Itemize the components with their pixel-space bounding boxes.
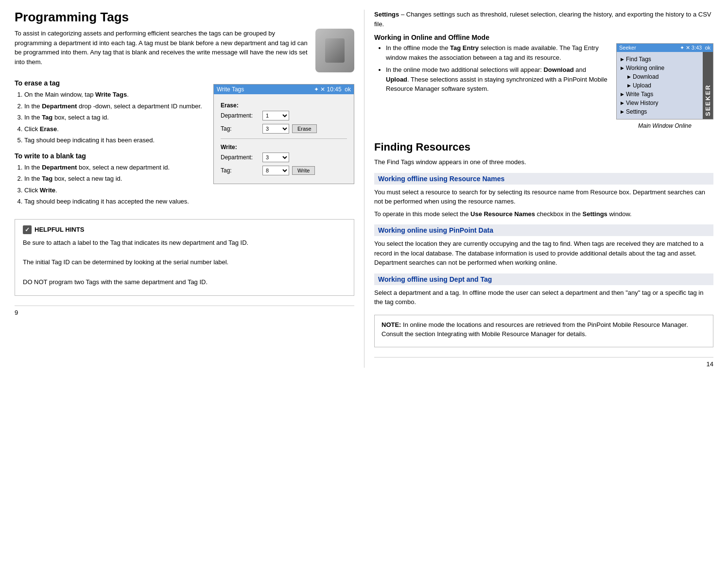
erase-button[interactable]: Erase xyxy=(292,124,317,133)
write-button[interactable]: Write xyxy=(292,166,315,175)
menu-working-online: ▶ Working online xyxy=(621,64,699,72)
menu-upload: ▶ Upload xyxy=(621,81,699,90)
resource-names-heading: Working offline using Resource Names xyxy=(374,173,713,185)
screenshot-titlebar: Write Tags ✦ ✕ 10:45 ok xyxy=(214,85,354,94)
dept-tag-body: Select a department and a tag. In offlin… xyxy=(374,288,713,307)
use-resource-names-bold: Use Resource Names xyxy=(470,210,535,218)
intro-block: To assist in categorizing assets and per… xyxy=(15,29,354,72)
erase-tag-label: Tag: xyxy=(221,125,260,132)
write-tag-label: Tag: xyxy=(221,167,260,174)
erase-dept-label: Department: xyxy=(221,112,260,119)
menu-view-history: ▶ View History xyxy=(621,99,699,107)
menu-label: Write Tags xyxy=(626,91,653,98)
hint-item-2: The initial Tag ID can be determined by … xyxy=(23,257,346,267)
dept-tag-label: Working offline using Dept and Tag xyxy=(378,275,492,283)
tri-icon: ▶ xyxy=(621,101,624,105)
list-item: In the offline mode the Tag Entry select… xyxy=(386,43,609,62)
screenshot-body: Erase: Department: 123 Tag: 312 Erase xyxy=(214,94,354,184)
hints-label: HELPFUL HINTS xyxy=(35,226,84,233)
settings-ref-bold: Settings xyxy=(583,210,607,218)
tag-bold: Tag xyxy=(42,114,52,121)
hints-box: ✓ HELPFUL HINTS Be sure to attach a labe… xyxy=(15,219,354,296)
seeker-screenshot: Seeker ✦ ✕ 3:43 ok ▶ Find Tags xyxy=(616,43,713,119)
left-title: Programming Tags xyxy=(15,10,354,25)
menu-label: Download xyxy=(633,73,659,80)
erase-dept-select[interactable]: 123 xyxy=(262,111,289,120)
finding-resources-title: Finding Resources xyxy=(374,141,713,153)
write-bold: Write xyxy=(40,187,55,194)
tri-icon: ▶ xyxy=(621,92,624,97)
erase-tag-row: Tag: 312 Erase xyxy=(221,124,347,134)
dept-bold2: Department xyxy=(42,164,77,171)
download-bold: Download xyxy=(543,66,573,73)
write-tags-bold: Write Tags xyxy=(95,91,127,98)
menu-settings: ▶ Settings xyxy=(621,107,699,116)
pinpoint-heading: Working online using PinPoint Data xyxy=(374,224,713,236)
erase-bold: Erase xyxy=(40,125,57,133)
hints-title: ✓ HELPFUL HINTS xyxy=(23,225,346,234)
tri-icon: ▶ xyxy=(627,74,631,79)
screenshot-controls: ✦ ✕ 10:45 ok xyxy=(314,86,351,93)
menu-find-tags: ▶ Find Tags xyxy=(621,55,699,64)
write-tag-select[interactable]: 812 xyxy=(262,166,289,175)
menu-label: View History xyxy=(626,100,658,106)
seeker-controls: ✦ ✕ 3:43 ok xyxy=(680,45,711,51)
menu-download: ▶ Download xyxy=(621,72,699,81)
finding-resources-section: Finding Resources The Find Tags window a… xyxy=(374,141,713,347)
write-tag-row: Tag: 812 Write xyxy=(221,166,347,175)
resource-names-label: Working offline using Resource Names xyxy=(378,175,504,183)
online-offline-bullets: In the offline mode the Tag Entry select… xyxy=(374,43,609,94)
hint-item-3: DO NOT program two Tags with the same de… xyxy=(23,277,346,287)
erase-section-label: Erase: xyxy=(221,102,347,109)
seeker-titlebar: Seeker ✦ ✕ 3:43 ok xyxy=(617,44,713,52)
online-offline-block: In the offline mode the Tag Entry select… xyxy=(374,43,713,134)
list-item: Tag should beep indicating it has accept… xyxy=(24,197,354,206)
pinpoint-label: Working online using PinPoint Data xyxy=(378,226,493,234)
online-offline-heading: Working in Online and Offline Mode xyxy=(374,34,713,41)
window-inner: ▶ Find Tags ▶ Working online ▶ Download xyxy=(617,52,713,119)
settings-bold: Settings xyxy=(374,11,399,18)
right-column: Settings – Changes settings such as thre… xyxy=(364,10,713,368)
tri-icon: ▶ xyxy=(627,83,631,88)
resource-names-body2: To operate in this mode select the Use R… xyxy=(374,209,713,219)
online-offline-text: In the offline mode the Tag Entry select… xyxy=(374,43,609,134)
write-dept-row: Department: 312 xyxy=(221,153,347,162)
right-page-number: 14 xyxy=(707,360,713,368)
menu-label: Settings xyxy=(626,108,647,115)
left-column: Programming Tags To assist in categorizi… xyxy=(15,10,364,368)
screenshot-title: Write Tags xyxy=(217,86,244,93)
resource-names-body1: You must select a resource to search for… xyxy=(374,187,713,206)
write-dept-select[interactable]: 312 xyxy=(262,153,289,162)
write-section-label: Write: xyxy=(221,144,347,151)
hint-item-1: Be sure to attach a label to the Tag tha… xyxy=(23,238,346,248)
tag-image xyxy=(315,29,354,72)
note-text: NOTE: In online mode the locations and r… xyxy=(381,320,706,339)
finding-intro: The Find Tags window appears in one of t… xyxy=(374,157,713,167)
tag-entry-bold: Tag Entry xyxy=(450,44,479,51)
dept-tag-heading: Working offline using Dept and Tag xyxy=(374,273,713,285)
menu-write-tags: ▶ Write Tags xyxy=(621,90,699,99)
seeker-title: Seeker xyxy=(619,45,636,51)
menu-label: Find Tags xyxy=(626,56,651,63)
tri-icon: ▶ xyxy=(621,109,624,114)
tag-bold2: Tag xyxy=(42,175,52,182)
note-box: NOTE: In online mode the locations and r… xyxy=(374,315,713,347)
list-item: Click Write. xyxy=(24,186,354,195)
note-label: NOTE: xyxy=(381,321,401,328)
window-caption: Main Window Online xyxy=(616,122,713,129)
erase-tag-select[interactable]: 312 xyxy=(262,124,289,134)
intro-text: To assist in categorizing assets and per… xyxy=(15,29,310,67)
write-tags-screenshot: Write Tags ✦ ✕ 10:45 ok Erase: Departmen… xyxy=(213,84,354,184)
list-item: In the online mode two additional select… xyxy=(386,65,609,94)
erase-section: Write Tags ✦ ✕ 10:45 ok Erase: Departmen… xyxy=(15,79,354,210)
write-dept-label: Department: xyxy=(221,154,260,161)
left-page-number: 9 xyxy=(15,309,18,316)
department-bold: Department xyxy=(42,102,77,110)
menu-label: Upload xyxy=(633,82,651,89)
erase-dept-row: Department: 123 xyxy=(221,111,347,120)
tri-icon: ▶ xyxy=(621,66,624,70)
upload-bold: Upload xyxy=(386,76,407,83)
window-menu-area: ▶ Find Tags ▶ Working online ▶ Download xyxy=(617,52,703,119)
menu-label: Working online xyxy=(626,65,664,71)
seeker-sidebar: SEEKER xyxy=(703,52,713,119)
